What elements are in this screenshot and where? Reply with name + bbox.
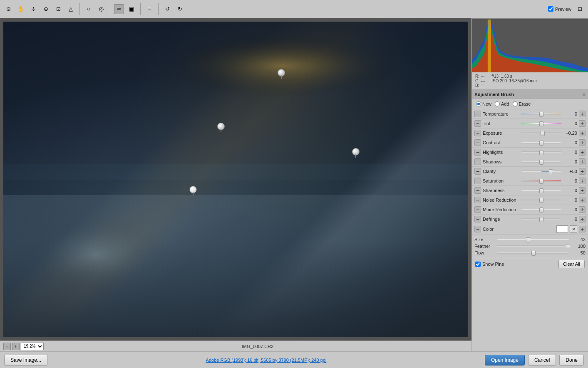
clarity-minus[interactable]: − bbox=[474, 168, 481, 175]
show-pins-label[interactable]: Show Pins bbox=[475, 262, 504, 267]
temperature-thumb[interactable] bbox=[539, 112, 543, 117]
sharpness-plus[interactable]: + bbox=[579, 187, 586, 194]
saturation-thumb[interactable] bbox=[539, 179, 543, 184]
exposure-plus[interactable]: + bbox=[579, 130, 586, 136]
saturation-minus[interactable]: − bbox=[474, 178, 481, 184]
exposure-minus[interactable]: − bbox=[474, 130, 481, 136]
shadows-plus[interactable]: + bbox=[579, 158, 586, 165]
straighten-tool[interactable]: △ bbox=[66, 4, 76, 14]
zoom-in-btn[interactable]: + bbox=[12, 343, 20, 350]
preview-checkbox[interactable] bbox=[548, 6, 553, 12]
panel-header: Adjustment Brush ≡ bbox=[472, 90, 588, 99]
color-minus[interactable]: − bbox=[474, 226, 481, 232]
highlights-track[interactable] bbox=[521, 151, 561, 153]
moire-reduction-minus[interactable]: − bbox=[474, 206, 481, 213]
pin-marker-3[interactable] bbox=[189, 186, 197, 193]
radio-new[interactable] bbox=[476, 101, 481, 106]
noise-reduction-minus[interactable]: − bbox=[474, 197, 481, 203]
noise-reduction-track[interactable] bbox=[521, 199, 561, 201]
highlights-plus[interactable]: + bbox=[579, 149, 586, 156]
brush-size-track[interactable] bbox=[497, 239, 570, 240]
cancel-button[interactable]: Cancel bbox=[528, 355, 556, 366]
brush-size-value: 43 bbox=[571, 237, 586, 242]
graduated-filter-tool[interactable]: ▣ bbox=[127, 4, 136, 14]
contrast-thumb[interactable] bbox=[539, 141, 543, 146]
saturation-track[interactable] bbox=[521, 180, 561, 182]
shadows-minus[interactable]: − bbox=[474, 158, 481, 165]
color-reset[interactable]: ✕ bbox=[570, 225, 577, 233]
zoom-select[interactable]: 19.2% bbox=[21, 343, 44, 350]
red-eye-tool[interactable]: ◎ bbox=[96, 4, 106, 14]
temperature-minus[interactable]: − bbox=[474, 111, 481, 117]
sharpness-track[interactable] bbox=[521, 190, 561, 191]
show-pins-checkbox[interactable] bbox=[475, 262, 481, 267]
mode-add[interactable]: Add bbox=[495, 101, 509, 106]
clarity-plus[interactable]: + bbox=[579, 168, 586, 175]
color-sampler-tool[interactable]: ⊕ bbox=[41, 4, 51, 14]
tint-minus[interactable]: − bbox=[474, 120, 481, 127]
shadows-track[interactable] bbox=[521, 161, 561, 163]
image-container[interactable] bbox=[3, 22, 468, 337]
color-plus[interactable]: + bbox=[579, 226, 586, 232]
rotate-left-tool[interactable]: ↺ bbox=[162, 4, 172, 14]
defringe-track[interactable] bbox=[521, 218, 561, 220]
clarity-thumb[interactable] bbox=[549, 169, 553, 174]
panel-drag-handle[interactable]: ≡ bbox=[582, 91, 586, 98]
tint-plus[interactable]: + bbox=[579, 120, 586, 127]
mode-new[interactable]: New bbox=[476, 101, 491, 106]
highlights-thumb[interactable] bbox=[539, 150, 543, 155]
contrast-track[interactable] bbox=[521, 142, 561, 143]
sharpness-thumb[interactable] bbox=[539, 188, 543, 193]
moire-reduction-plus[interactable]: + bbox=[579, 206, 586, 213]
fullscreen-btn[interactable]: ⊡ bbox=[575, 4, 585, 14]
pin-marker-4[interactable] bbox=[352, 148, 360, 156]
zoom-out-btn[interactable]: − bbox=[3, 343, 11, 350]
tint-track[interactable] bbox=[521, 123, 561, 124]
moire-reduction-thumb[interactable] bbox=[539, 207, 543, 212]
color-swatch[interactable] bbox=[556, 225, 568, 233]
pin-marker-2[interactable] bbox=[217, 123, 225, 130]
crop-tool[interactable]: ⊡ bbox=[53, 4, 63, 14]
defringe-minus[interactable]: − bbox=[474, 216, 481, 222]
file-info-link[interactable]: Adobe RGB (1998); 16 bit; 5685 by 3790 (… bbox=[206, 358, 327, 363]
clear-all-button[interactable]: Clear All bbox=[558, 260, 585, 268]
rotate-right-tool[interactable]: ↻ bbox=[175, 4, 185, 14]
sharpness-minus[interactable]: − bbox=[474, 187, 481, 194]
noise-reduction-plus[interactable]: + bbox=[579, 197, 586, 203]
contrast-minus[interactable]: − bbox=[474, 139, 481, 146]
brush-feather-thumb[interactable] bbox=[566, 244, 570, 249]
brush-flow-track[interactable] bbox=[497, 252, 570, 254]
contrast-plus[interactable]: + bbox=[579, 139, 586, 146]
open-image-button[interactable]: Open Image bbox=[485, 355, 525, 366]
radio-add[interactable] bbox=[495, 101, 500, 106]
adjustment-brush-tool[interactable]: ✏ bbox=[114, 4, 124, 14]
moire-reduction-track[interactable] bbox=[521, 209, 561, 210]
snapshots-tool[interactable]: ≡ bbox=[144, 4, 154, 14]
saturation-plus[interactable]: + bbox=[579, 178, 586, 184]
defringe-thumb[interactable] bbox=[539, 217, 543, 222]
brush-flow-thumb[interactable] bbox=[531, 251, 536, 256]
exposure-thumb[interactable] bbox=[541, 131, 545, 136]
radio-erase[interactable] bbox=[513, 101, 518, 106]
clarity-track[interactable] bbox=[521, 170, 561, 172]
defringe-plus[interactable]: + bbox=[579, 216, 586, 222]
done-button[interactable]: Done bbox=[559, 355, 584, 366]
hand-tool[interactable]: ✋ bbox=[16, 4, 26, 14]
preview-label[interactable]: Preview bbox=[548, 6, 571, 12]
iso-lens: ISO 200 16-35@16 mm bbox=[491, 79, 537, 83]
shadows-thumb[interactable] bbox=[539, 160, 543, 165]
highlights-minus[interactable]: − bbox=[474, 149, 481, 156]
white-balance-tool[interactable]: ⊹ bbox=[28, 4, 38, 14]
temperature-plus[interactable]: + bbox=[579, 111, 586, 117]
save-image-button[interactable]: Save Image... bbox=[4, 355, 47, 366]
pin-marker-1[interactable] bbox=[278, 69, 285, 77]
noise-reduction-thumb[interactable] bbox=[539, 198, 543, 203]
lasso-tool[interactable]: ⊙ bbox=[3, 4, 13, 14]
temperature-track[interactable] bbox=[521, 113, 561, 115]
exposure-track[interactable] bbox=[521, 132, 561, 134]
spot-removal-tool[interactable]: ○ bbox=[84, 4, 94, 14]
brush-feather-track[interactable] bbox=[497, 245, 570, 247]
mode-erase[interactable]: Erase bbox=[513, 101, 531, 106]
brush-size-thumb[interactable] bbox=[526, 237, 530, 242]
tint-thumb[interactable] bbox=[539, 121, 543, 126]
